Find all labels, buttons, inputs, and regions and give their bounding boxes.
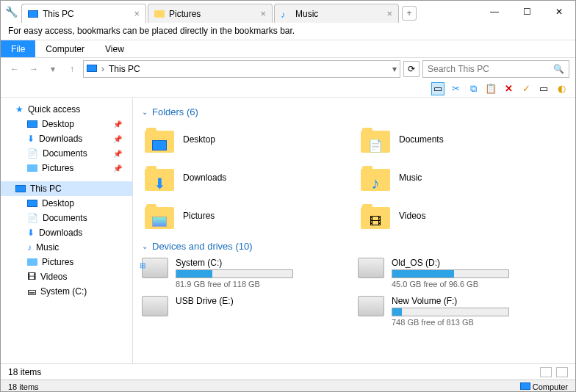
close-icon[interactable]: × [134,8,140,19]
sidebar-pc-desktop[interactable]: Desktop [1,196,132,211]
sidebar-pc-pictures[interactable]: Pictures [1,255,132,269]
monitor-icon [28,9,38,19]
folder-label: Videos [399,211,425,221]
folder-item[interactable]: 📄 Documents [358,123,566,156]
sidebar-item-documents[interactable]: 📄Documents📌 [1,146,132,161]
footer-computer: Computer [520,382,568,391]
tab-label: This PC [43,9,129,19]
folder-label: Pictures [183,211,215,221]
delete-icon[interactable]: ✕ [502,82,515,95]
icons-view-button[interactable] [556,367,568,377]
sidebar-pc-system-c[interactable]: 🖴System (C:) [1,284,132,299]
sidebar-this-pc[interactable]: This PC [1,181,132,196]
drive-icon: 🖴 [27,286,36,297]
folders-group-header[interactable]: ⌄ Folders (6) [142,106,566,117]
tab-pictures[interactable]: Pictures × [148,4,273,23]
tab-strip: This PC × Pictures × ♪ Music × + [21,1,478,23]
folder-item[interactable]: Pictures [142,200,350,232]
back-button[interactable]: ← [7,61,23,77]
drive-icon: ⊞ [142,258,168,278]
chevron-down-icon: ⌄ [142,108,148,116]
folder-item[interactable]: Desktop [142,123,350,156]
paste-icon[interactable]: 📋 [484,82,497,95]
close-window-button[interactable]: ✕ [543,1,575,23]
maximize-button[interactable]: ☐ [511,1,543,23]
drive-free-text: 748 GB free of 813 GB [392,318,566,327]
sidebar-pc-downloads[interactable]: ⬇Downloads [1,225,132,240]
new-tab-button[interactable]: + [402,6,417,21]
menu-view[interactable]: View [95,40,134,57]
document-icon: 📄 [27,148,38,159]
footer-computer-label: Computer [533,382,568,391]
folder-label: Music [399,173,422,183]
address-bar[interactable]: › This PC ▾ [83,60,400,78]
navigation-pane: ★ Quick access Desktop📌 ⬇Downloads📌 📄Doc… [1,98,133,363]
bookmark-bar-message: For easy access, bookmarks can be placed… [1,23,575,40]
drive-icon [142,296,168,316]
select-tool-icon[interactable]: ▭ [431,82,444,95]
pin-icon: 📌 [113,135,122,143]
drive-free-text: 45.0 GB free of 96.6 GB [392,280,566,288]
document-icon: 📄 [27,213,38,223]
pin-icon: 📌 [113,120,122,128]
breadcrumb-location[interactable]: This PC [109,64,140,74]
cut-icon[interactable]: ✂ [449,82,462,95]
up-button[interactable]: ↑ [64,61,80,77]
minimize-button[interactable]: — [478,1,511,23]
drive-item[interactable]: USB Drive (E:) [142,296,350,327]
tab-music[interactable]: ♪ Music × [274,4,399,23]
details-view-button[interactable] [540,367,552,377]
address-dropdown-icon[interactable]: ▾ [392,64,397,74]
drive-icon [358,258,384,278]
drives-group-header[interactable]: ⌄ Devices and drives (10) [142,241,566,252]
drive-label: Old_OS (D:) [392,258,566,268]
properties-icon[interactable]: ▭ [537,82,550,95]
folder-icon [145,126,176,153]
drive-item[interactable]: ⊞ System (C:) 81.9 GB free of 118 GB [142,258,350,288]
sidebar-quick-access[interactable]: ★ Quick access [1,102,132,117]
sidebar-pc-music[interactable]: ♪Music [1,240,132,255]
search-input[interactable] [428,64,553,74]
copy-icon[interactable]: ⧉ [467,82,480,95]
sidebar-item-pictures[interactable]: Pictures📌 [1,161,132,175]
drive-item[interactable]: Old_OS (D:) 45.0 GB free of 96.6 GB [358,258,566,288]
folder-label: Desktop [183,134,215,145]
shell-icon[interactable]: ◐ [555,82,568,95]
sidebar-item-desktop[interactable]: Desktop📌 [1,117,132,131]
tab-this-pc[interactable]: This PC × [21,4,146,23]
sidebar-item-downloads[interactable]: ⬇Downloads📌 [1,131,132,146]
toolbar: ▭ ✂ ⧉ 📋 ✕ ✓ ▭ ◐ [1,80,575,98]
drive-label: New Volume (F:) [392,296,566,306]
history-dropdown[interactable]: ▾ [45,61,61,77]
folder-icon [145,203,176,229]
download-icon: ⬇ [27,134,35,144]
content-pane: ⌄ Folders (6) Desktop 📄 Documents ⬇ Down… [133,98,575,363]
refresh-button[interactable]: ⟳ [403,61,420,77]
music-icon: ♪ [27,242,32,253]
sidebar-item-label: System (C:) [40,286,87,297]
sidebar-item-label: Downloads [39,134,82,144]
footer-item-count: 18 items [8,382,39,391]
menu-computer[interactable]: Computer [35,40,95,57]
folder-icon: 🎞 [361,203,392,229]
sidebar-item-label: Downloads [39,228,82,238]
folder-item[interactable]: ⬇ Downloads [142,161,350,194]
monitor-icon [15,185,26,192]
forward-button[interactable]: → [26,61,42,77]
drive-item[interactable]: New Volume (F:) 748 GB free of 813 GB [358,296,566,327]
close-icon[interactable]: × [260,8,266,19]
sidebar-pc-videos[interactable]: 🎞Videos [1,269,132,284]
folder-item[interactable]: ♪ Music [358,161,566,194]
menu-file[interactable]: File [1,40,35,57]
download-icon: ⬇ [27,228,35,238]
group-header-label: Folders (6) [152,106,198,117]
folder-label: Downloads [183,173,226,183]
search-box[interactable]: 🔍 [422,60,569,78]
rename-icon[interactable]: ✓ [519,82,533,95]
folder-item[interactable]: 🎞 Videos [358,200,566,232]
settings-wrench-icon[interactable]: 🔧 [1,1,21,23]
menu-bar: File Computer View [1,40,575,58]
close-icon[interactable]: × [386,8,392,19]
sidebar-pc-documents[interactable]: 📄Documents [1,211,132,225]
search-icon[interactable]: 🔍 [553,64,564,74]
